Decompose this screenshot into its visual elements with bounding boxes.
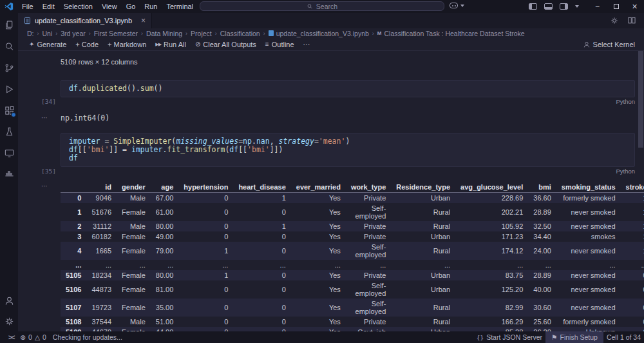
customize-layout-icon[interactable] xyxy=(575,5,579,8)
problems-indicator[interactable]: ⊗0 △0 xyxy=(17,331,50,343)
table-cell: 0 xyxy=(233,242,290,260)
toggle-panel-icon[interactable] xyxy=(544,3,553,10)
toolbar-gear-icon[interactable] xyxy=(610,16,619,25)
command-center-search[interactable]: Search xyxy=(200,1,444,11)
cell-34-editor[interactable]: df.duplicated().sum() xyxy=(61,80,635,97)
split-editor-icon[interactable] xyxy=(627,16,636,25)
docker-icon[interactable] xyxy=(3,168,15,181)
notebook-file-icon xyxy=(24,17,31,24)
table-cell: Urban xyxy=(391,193,455,204)
breadcrumb-item[interactable]: update_classification_V3.ipynb xyxy=(269,30,369,37)
table-header-row: idgenderagehypertensionheart_diseaseever… xyxy=(61,182,644,193)
code-cell-34[interactable]: df.duplicated().sum() [34] Python xyxy=(61,80,635,106)
code-cell-35[interactable]: imputer = SimpleImputer(missing_values=n… xyxy=(61,133,635,175)
breadcrumb-item[interactable]: D: xyxy=(27,30,34,37)
breadcrumb-item[interactable]: MClassification Task : Healthcare Datase… xyxy=(377,30,525,37)
table-cell: 82.99 xyxy=(455,299,528,317)
scrollbar[interactable] xyxy=(638,51,644,331)
table-row: 510518234Female80.0010YesPrivateUrban83.… xyxy=(61,270,644,280)
testing-icon[interactable] xyxy=(3,125,15,138)
outline-button[interactable]: ≡Outline xyxy=(261,41,299,48)
run-all-button[interactable]: ▶▶Run All xyxy=(151,41,191,48)
scrollbar-thumb[interactable] xyxy=(638,51,643,148)
breadcrumb-item[interactable]: 3rd year xyxy=(61,30,86,37)
remote-explorer-icon[interactable] xyxy=(3,146,15,159)
add-code-button[interactable]: + Code xyxy=(71,41,103,48)
table-cell: Male xyxy=(117,193,151,204)
table-cell: 0 xyxy=(178,299,233,317)
table-cell: 0 xyxy=(178,317,233,327)
table-cell: 67.00 xyxy=(151,193,179,204)
breadcrumb-item[interactable]: Data Mining xyxy=(146,30,182,37)
table-row: 09046Male67.0001YesPrivateUrban228.6936.… xyxy=(61,193,644,204)
more-actions-button[interactable]: ⋯ xyxy=(299,40,315,48)
column-header: work_type xyxy=(346,182,391,193)
language-picker[interactable]: Python xyxy=(616,98,635,106)
finish-setup-button[interactable]: ⚑ Finish Setup xyxy=(545,331,603,343)
output-options-icon[interactable]: ⋯ xyxy=(41,114,48,121)
update-status[interactable]: Checking for updates... xyxy=(50,331,126,343)
code-token: 'bmi' xyxy=(87,145,109,154)
code-line: df xyxy=(69,154,627,162)
settings-gear-icon[interactable] xyxy=(3,315,15,328)
table-cell: Yes xyxy=(291,242,346,260)
remote-indicator[interactable]: >< xyxy=(5,331,17,343)
toggle-sidebar-icon[interactable] xyxy=(529,3,537,10)
cell-35-editor[interactable]: imputer = SimpleImputer(missing_values=n… xyxy=(61,133,635,167)
source-control-icon[interactable] xyxy=(3,61,15,74)
layout-controls xyxy=(529,3,579,10)
cell-35-footer: [35] Python xyxy=(61,167,635,175)
table-cell: 40.00 xyxy=(528,280,556,299)
table-cell: Govt_job xyxy=(346,327,391,331)
clear-all-outputs-button[interactable]: ⊘Clear All Outputs xyxy=(191,41,261,48)
titlebar-right: − × xyxy=(529,0,644,13)
breadcrumb-item[interactable]: Project xyxy=(191,30,212,37)
column-header: hypertension xyxy=(178,182,233,193)
start-json-server-button[interactable]: {} Start JSON Server xyxy=(473,331,545,343)
menu-file[interactable]: File xyxy=(17,3,38,10)
table-cell: 1 xyxy=(233,193,290,204)
extensions-icon[interactable] xyxy=(3,104,15,117)
minimize-button[interactable]: − xyxy=(588,0,607,13)
menu-run[interactable]: Run xyxy=(140,3,162,10)
breadcrumb-item[interactable]: Uni xyxy=(43,30,53,37)
breadcrumb-label: Classification Task : Healthcare Dataset… xyxy=(384,30,525,37)
menu-selection[interactable]: Selection xyxy=(59,3,97,10)
tab-close-icon[interactable]: × xyxy=(141,16,146,25)
menu-edit[interactable]: Edit xyxy=(38,3,59,10)
notebook-toolbar: ✦Generate + Code + Markdown ▶▶Run All ⊘C… xyxy=(18,38,644,51)
add-markdown-button[interactable]: + Markdown xyxy=(103,41,151,48)
table-cell: formerly smoked xyxy=(556,317,621,327)
copilot-menu[interactable] xyxy=(450,3,464,8)
code-token: fit_transform xyxy=(167,145,225,154)
breadcrumb-item[interactable]: Classification xyxy=(220,30,260,37)
menu-view[interactable]: View xyxy=(97,3,122,10)
toggle-secondary-sidebar-icon[interactable] xyxy=(560,3,568,10)
code-token: = xyxy=(100,137,113,146)
menu-terminal[interactable]: Terminal xyxy=(162,3,198,10)
column-header xyxy=(61,182,86,193)
code-line: df.duplicated().sum() xyxy=(69,84,627,93)
code-token: 'mean' xyxy=(319,137,346,146)
output-options-icon[interactable]: ⋯ xyxy=(41,182,48,190)
table-cell: 0 xyxy=(233,280,290,299)
code-token: nan xyxy=(256,137,270,146)
cell-indicator[interactable]: Cell 1 of 34 xyxy=(603,331,644,343)
run-debug-icon[interactable] xyxy=(3,83,15,95)
select-kernel-button[interactable]: Select Kernel xyxy=(578,41,644,48)
search-sidebar-icon[interactable] xyxy=(3,40,15,53)
breadcrumb-separator: › xyxy=(141,30,143,37)
breadcrumb-label: Project xyxy=(191,30,212,37)
tab-update-classification[interactable]: update_classification_V3.ipynb × xyxy=(18,13,152,28)
menu-go[interactable]: Go xyxy=(122,3,140,10)
breadcrumb-item[interactable]: First Semester xyxy=(94,30,138,37)
close-button[interactable]: × xyxy=(625,0,644,13)
table-cell: 44679 xyxy=(86,327,117,331)
explorer-icon[interactable] xyxy=(3,19,15,32)
tab-bar: update_classification_V3.ipynb × xyxy=(18,13,644,28)
table-cell: never smoked xyxy=(556,242,621,260)
account-icon[interactable] xyxy=(3,294,15,307)
generate-button[interactable]: ✦Generate xyxy=(24,41,71,48)
language-picker[interactable]: Python xyxy=(616,168,635,175)
maximize-button[interactable] xyxy=(607,0,625,13)
